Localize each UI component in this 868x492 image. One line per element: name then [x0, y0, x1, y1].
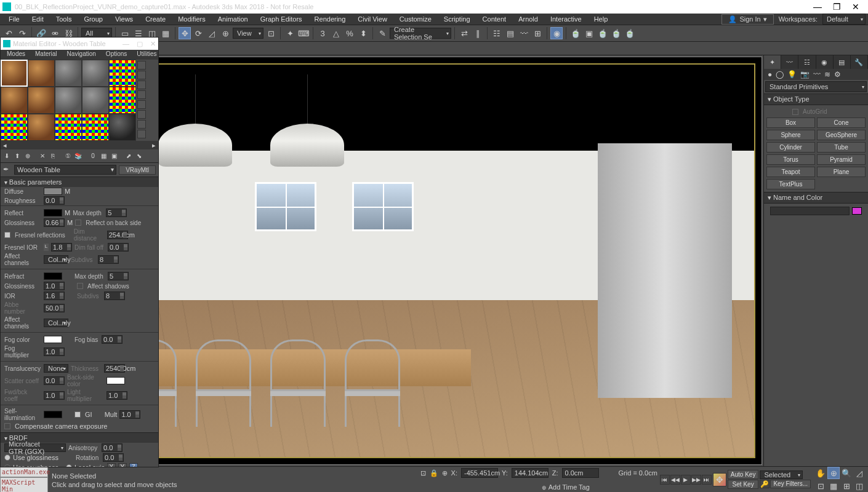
- me-close-button[interactable]: ✕: [150, 40, 156, 48]
- menu-tools[interactable]: Tools: [50, 14, 78, 24]
- subtab-helpers[interactable]: 〰: [813, 70, 821, 79]
- time-config-button[interactable]: ✥: [713, 473, 726, 486]
- menu-group[interactable]: Group: [78, 14, 109, 24]
- primitive-category-dropdown[interactable]: Standard Primitives: [765, 81, 867, 92]
- sample-type-button[interactable]: [137, 61, 146, 69]
- tab-utilities[interactable]: 🔧: [851, 55, 868, 69]
- autokey-button[interactable]: Auto Key: [728, 470, 759, 479]
- render-production-button[interactable]: 🍵: [597, 27, 609, 39]
- fov-button[interactable]: ◿: [853, 467, 866, 479]
- sample-slot-3[interactable]: [55, 60, 82, 87]
- x-input[interactable]: -455.451cm: [461, 468, 498, 478]
- select-by-material-button[interactable]: [137, 130, 146, 138]
- sample-slot-11[interactable]: [1, 114, 28, 141]
- keymode-dropdown[interactable]: Selected: [760, 470, 803, 479]
- diffuse-map-button[interactable]: M: [65, 188, 70, 195]
- menu-grapheditors[interactable]: Graph Editors: [254, 14, 308, 24]
- tab-display[interactable]: ▤: [834, 55, 851, 69]
- menu-rendering[interactable]: Rendering: [308, 14, 352, 24]
- sample-slot-2[interactable]: [28, 60, 55, 87]
- btn-tube[interactable]: Tube: [817, 142, 866, 153]
- edit-selection-button[interactable]: ✎: [376, 27, 388, 39]
- subtab-shapes[interactable]: ◯: [776, 70, 784, 79]
- goto-start-button[interactable]: ⏮: [660, 475, 670, 485]
- roughness-spinner[interactable]: 0.0: [44, 196, 65, 205]
- brdf-type-dropdown[interactable]: Microfacet GTR (GGX): [4, 443, 66, 452]
- options-button[interactable]: [137, 120, 146, 129]
- object-name-input[interactable]: [770, 207, 850, 215]
- setkey-button[interactable]: Set Key: [728, 480, 759, 489]
- sample-slot-9[interactable]: [82, 87, 109, 114]
- me-maximize-button[interactable]: ▢: [137, 40, 143, 48]
- z-input[interactable]: 0.0cm: [562, 468, 599, 478]
- y-input[interactable]: 144.104cm: [512, 468, 549, 478]
- schematic-button[interactable]: ⊞: [531, 27, 544, 39]
- scatter-spinner[interactable]: 0.0: [44, 376, 65, 385]
- render-setup-button[interactable]: 🍵: [569, 27, 582, 39]
- reflect-glossiness-spinner[interactable]: 0.66: [44, 218, 65, 227]
- tab-modify[interactable]: 〰: [781, 55, 798, 69]
- pick-material-button[interactable]: ✒: [3, 165, 12, 174]
- assign-button[interactable]: ⊕: [23, 151, 33, 161]
- subtab-cameras[interactable]: 📷: [800, 70, 810, 79]
- sample-slot-4[interactable]: [82, 60, 109, 87]
- material-name-input[interactable]: Wooden Table: [14, 165, 116, 175]
- dolly-button[interactable]: 🔍: [840, 467, 853, 479]
- menu-civilview[interactable]: Civil View: [352, 14, 393, 24]
- fresnel-lock-button[interactable]: L: [44, 244, 49, 251]
- named-selection-dropdown[interactable]: Create Selection Se: [390, 28, 451, 39]
- menu-customize[interactable]: Customize: [393, 14, 438, 24]
- btn-pyramid[interactable]: Pyramid: [817, 154, 866, 165]
- material-type-button[interactable]: VRayMtl: [119, 165, 156, 175]
- close-button[interactable]: ✕: [852, 2, 859, 12]
- refract-subdivs-spinner[interactable]: 8: [104, 292, 125, 300]
- sample-slot-1[interactable]: [1, 60, 28, 87]
- refcoord-dropdown[interactable]: View: [233, 28, 263, 39]
- me-menu-navigation[interactable]: Navigation: [62, 50, 101, 60]
- select-place-button[interactable]: ⊕: [219, 27, 231, 39]
- zoom-all-button[interactable]: ▦: [827, 480, 840, 492]
- snap-toggle-button[interactable]: 3: [316, 27, 329, 39]
- menu-file[interactable]: File: [2, 14, 26, 24]
- select-scale-button[interactable]: ◿: [206, 27, 218, 39]
- dim-distance-spinner[interactable]: 254.0cm: [107, 231, 128, 239]
- signin-button[interactable]: 👤 Sign In ▾: [721, 14, 773, 25]
- btn-teapot[interactable]: Teapot: [766, 167, 815, 177]
- menu-create[interactable]: Create: [139, 14, 172, 24]
- sample-slot-6[interactable]: [1, 87, 28, 114]
- add-time-tag[interactable]: ⊕ Add Time Tag: [542, 483, 590, 491]
- btn-torus[interactable]: Torus: [766, 154, 815, 165]
- play-button[interactable]: ▶: [681, 475, 691, 485]
- mirror-button[interactable]: ⇄: [458, 27, 470, 39]
- btn-geosphere[interactable]: GeoSphere: [817, 130, 866, 140]
- subtab-geometry[interactable]: ●: [768, 70, 772, 79]
- axis-z-button[interactable]: Z: [129, 463, 138, 467]
- sample-slot-14[interactable]: [82, 114, 109, 141]
- sample-uv-button[interactable]: [137, 90, 146, 99]
- menu-content[interactable]: Content: [476, 14, 513, 24]
- workspace-dropdown[interactable]: Default: [822, 14, 866, 25]
- autogrid-checkbox[interactable]: [792, 109, 798, 115]
- btn-textplus[interactable]: TextPlus: [766, 179, 815, 189]
- make-copy-button[interactable]: ⎘: [48, 151, 58, 161]
- key-button[interactable]: 🔑: [760, 480, 770, 488]
- ior-spinner[interactable]: 1.6: [44, 292, 65, 300]
- selection-lock-button[interactable]: 🔒: [430, 469, 438, 477]
- sample-slot-10[interactable]: [109, 87, 136, 114]
- tab-hierarchy[interactable]: ☷: [798, 55, 816, 69]
- show-in-viewport-button[interactable]: ▦: [98, 151, 108, 161]
- put-to-library-button[interactable]: 📚: [73, 151, 83, 161]
- affect-shadows-checkbox[interactable]: [77, 283, 83, 289]
- render-activeshade-button[interactable]: 🍵: [624, 27, 636, 39]
- show-end-result-button[interactable]: ▣: [109, 151, 119, 161]
- backlight-button[interactable]: [137, 71, 146, 79]
- use-center-button[interactable]: ⊡: [265, 27, 277, 39]
- window-crossing-button[interactable]: ▦: [159, 27, 172, 39]
- prev-frame-button[interactable]: ◀◀: [670, 475, 680, 485]
- percent-snap-button[interactable]: %: [344, 27, 356, 39]
- sample-scrollbar[interactable]: ◂▸: [1, 141, 158, 149]
- sample-slot-13[interactable]: [55, 114, 82, 141]
- compensate-exposure-checkbox[interactable]: [4, 423, 10, 429]
- tab-motion[interactable]: ◉: [816, 55, 834, 69]
- minimize-button[interactable]: —: [813, 2, 822, 12]
